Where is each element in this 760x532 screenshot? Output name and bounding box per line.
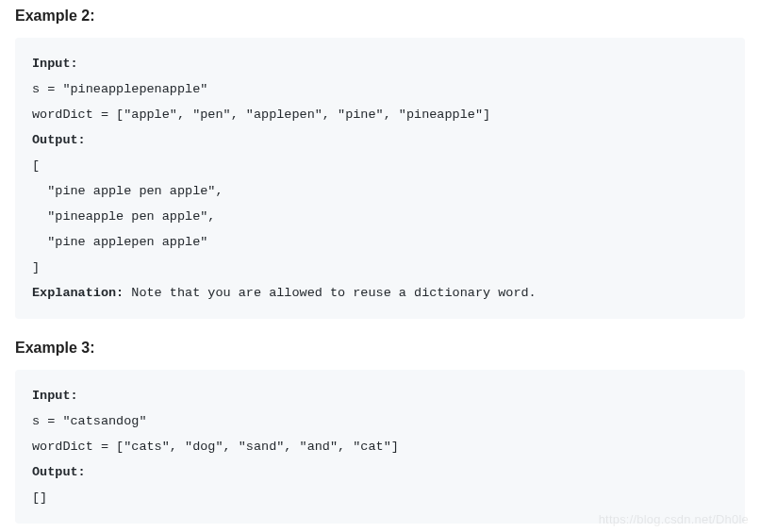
output-line: []: [32, 490, 47, 505]
code-line-worddict: wordDict = ["apple", "pen", "applepen", …: [32, 108, 490, 122]
input-label: Input:: [32, 57, 78, 71]
example-3-heading: Example 3:: [15, 340, 745, 357]
output-line-3: "pine applepen apple": [32, 235, 207, 249]
output-close-bracket: ]: [32, 260, 40, 274]
code-line-worddict: wordDict = ["cats", "dog", "sand", "and"…: [32, 440, 399, 454]
explanation-label: Explanation:: [32, 286, 124, 300]
output-open-bracket: [: [32, 158, 40, 173]
code-line-s: s = "catsandog": [32, 414, 147, 428]
input-label: Input:: [32, 389, 78, 403]
document-container: Example 2: Input: s = "pineapplepenapple…: [0, 0, 760, 532]
output-label: Output:: [32, 465, 86, 479]
example-3-codeblock: Input: s = "catsandog" wordDict = ["cats…: [15, 370, 745, 524]
example-2-codeblock: Input: s = "pineapplepenapple" wordDict …: [15, 38, 745, 319]
output-line-2: "pineapple pen apple",: [32, 209, 215, 224]
code-line-s: s = "pineapplepenapple": [32, 82, 207, 96]
example-2-heading: Example 2:: [15, 8, 745, 25]
explanation-text: Note that you are allowed to reuse a dic…: [124, 286, 536, 300]
output-label: Output:: [32, 133, 86, 147]
output-line-1: "pine apple pen apple",: [32, 184, 223, 198]
